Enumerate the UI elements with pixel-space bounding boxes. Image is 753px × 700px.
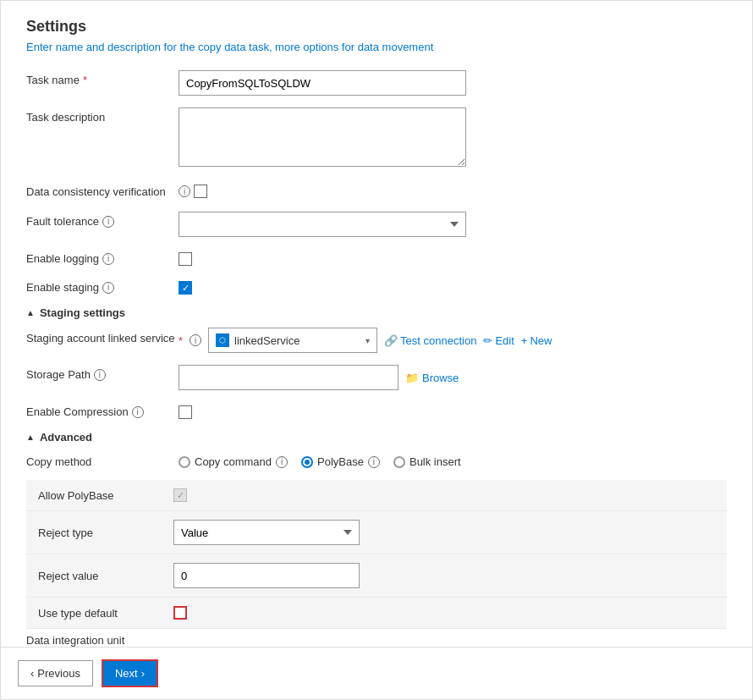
advanced-header[interactable]: ▲ Advanced: [26, 431, 727, 444]
task-description-label: Task description: [26, 107, 179, 124]
storage-path-input[interactable]: [179, 365, 398, 390]
data-integration-label: Data integration unit: [26, 634, 727, 647]
enable-logging-info-icon[interactable]: i: [102, 253, 114, 265]
enable-compression-label: Enable Compression i: [26, 402, 179, 418]
use-type-default-control: [173, 606, 715, 620]
fault-tolerance-select[interactable]: Skip incompatible row Fail activity: [179, 212, 466, 237]
staging-account-info-icon[interactable]: i: [190, 334, 201, 346]
enable-staging-row: Enable staging i: [26, 278, 727, 295]
allow-polybase-row: Allow PolyBase: [26, 480, 727, 511]
staging-account-control: * i ⬡ linkedService ▾ 🔗 Test connection …: [179, 328, 727, 353]
polybase-section: Allow PolyBase Reject type Value Percent…: [26, 480, 727, 629]
task-name-row: Task name *: [26, 70, 727, 96]
storage-path-row: Storage Path i 📁 Browse: [26, 365, 727, 390]
enable-logging-checkbox[interactable]: [179, 252, 192, 266]
task-description-row: Task description: [26, 107, 727, 169]
previous-chevron-icon: ‹: [30, 667, 34, 680]
required-star: *: [83, 74, 87, 86]
linked-service-arrow: ▾: [366, 336, 370, 345]
browse-link[interactable]: 📁 Browse: [405, 372, 459, 384]
reject-value-label: Reject value: [38, 570, 173, 582]
fault-tolerance-control: Skip incompatible row Fail activity: [179, 212, 466, 237]
enable-compression-control: [179, 402, 192, 419]
copy-method-control: Copy command i PolyBase i Bulk insert: [179, 452, 461, 468]
task-name-control: [179, 70, 466, 96]
folder-icon: 📁: [405, 372, 419, 384]
task-description-control: [179, 107, 466, 169]
edit-link[interactable]: ✏ Edit: [483, 334, 514, 347]
data-consistency-checkbox[interactable]: [194, 185, 207, 198]
enable-compression-info-icon[interactable]: i: [132, 406, 144, 418]
data-consistency-info-icon[interactable]: i: [179, 185, 190, 197]
reject-value-control: [173, 563, 715, 588]
enable-logging-control: [179, 249, 192, 266]
subtitle-link[interactable]: Enter name and description for the copy …: [26, 41, 727, 53]
copy-command-info-icon[interactable]: i: [276, 456, 288, 468]
linked-service-icon: ⬡: [216, 333, 229, 347]
next-chevron-icon: ›: [141, 667, 145, 680]
enable-logging-row: Enable logging i: [26, 249, 727, 266]
data-consistency-control: i: [179, 181, 207, 198]
bulk-insert-radio[interactable]: [393, 456, 405, 468]
data-consistency-row: Data consistency verification i: [26, 181, 727, 200]
enable-staging-checkbox[interactable]: [179, 281, 192, 295]
task-name-label: Task name *: [26, 70, 179, 86]
task-name-input[interactable]: [179, 70, 466, 96]
reject-type-label: Reject type: [38, 526, 173, 539]
fault-tolerance-info-icon[interactable]: i: [102, 216, 114, 228]
enable-compression-checkbox[interactable]: [179, 405, 192, 419]
test-connection-icon: 🔗: [384, 334, 398, 347]
use-type-default-label: Use type default: [38, 607, 173, 620]
polybase-info-icon[interactable]: i: [368, 456, 380, 468]
staging-account-row: Staging account linked service * i ⬡ lin…: [26, 328, 727, 353]
edit-icon: ✏: [483, 334, 492, 347]
storage-path-info-icon[interactable]: i: [94, 369, 106, 381]
linked-service-dropdown[interactable]: ⬡ linkedService ▾: [208, 328, 377, 353]
fault-tolerance-label: Fault tolerance i: [26, 212, 179, 228]
main-content: Settings Enter name and description for …: [1, 1, 752, 647]
reject-type-select[interactable]: Value Percentage: [173, 520, 360, 545]
enable-compression-row: Enable Compression i: [26, 402, 727, 419]
storage-path-label: Storage Path i: [26, 365, 179, 381]
plus-icon: +: [521, 334, 528, 347]
reject-value-input[interactable]: [173, 563, 360, 588]
footer: ‹ Previous Next ›: [1, 647, 752, 699]
data-consistency-label: Data consistency verification: [26, 181, 179, 200]
staging-collapse-icon: ▲: [26, 308, 35, 317]
enable-logging-label: Enable logging i: [26, 249, 179, 265]
copy-method-label: Copy method: [26, 452, 179, 468]
task-description-input[interactable]: [179, 107, 466, 167]
next-button[interactable]: Next ›: [102, 659, 158, 687]
new-link[interactable]: + New: [521, 334, 552, 347]
advanced-collapse-icon: ▲: [26, 433, 35, 442]
reject-type-row: Reject type Value Percentage: [26, 511, 727, 554]
reject-type-control: Value Percentage: [173, 520, 715, 545]
linked-service-text: linkedService: [234, 334, 300, 347]
enable-staging-control: [179, 278, 192, 295]
bulk-insert-option[interactable]: Bulk insert: [393, 455, 461, 468]
copy-command-option[interactable]: Copy command i: [179, 455, 288, 468]
use-type-default-checkbox[interactable]: [173, 606, 187, 620]
staging-required-star: *: [179, 334, 183, 347]
allow-polybase-label: Allow PolyBase: [38, 489, 173, 502]
allow-polybase-checkbox[interactable]: [173, 488, 187, 502]
staging-account-label: Staging account linked service: [26, 328, 179, 346]
page-title: Settings: [26, 18, 727, 36]
settings-page: Settings Enter name and description for …: [0, 0, 753, 700]
polybase-radio[interactable]: [301, 456, 313, 468]
fault-tolerance-row: Fault tolerance i Skip incompatible row …: [26, 212, 727, 237]
enable-staging-label: Enable staging i: [26, 278, 179, 294]
test-connection-link[interactable]: 🔗 Test connection: [384, 334, 476, 347]
use-type-default-row: Use type default: [26, 598, 727, 629]
staging-settings-header[interactable]: ▲ Staging settings: [26, 306, 727, 319]
polybase-option[interactable]: PolyBase i: [301, 455, 380, 468]
copy-command-radio[interactable]: [179, 456, 190, 468]
enable-staging-info-icon[interactable]: i: [102, 282, 114, 294]
copy-method-row: Copy method Copy command i PolyBase i Bu…: [26, 452, 727, 468]
data-integration-section: Data integration unit: [26, 634, 727, 647]
storage-path-control: 📁 Browse: [179, 365, 459, 390]
reject-value-row: Reject value: [26, 554, 727, 598]
previous-button[interactable]: ‹ Previous: [18, 660, 93, 686]
allow-polybase-control: [173, 488, 715, 502]
